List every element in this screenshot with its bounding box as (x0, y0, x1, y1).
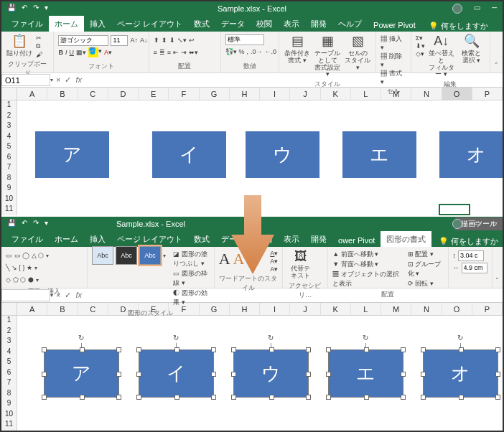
align-button[interactable]: ⊞ 配置 ▾ (408, 250, 444, 259)
shape-i[interactable]: イ (152, 131, 226, 178)
qat-more-icon[interactable]: ▾ (45, 219, 48, 227)
col-N[interactable]: N (411, 88, 442, 100)
align-left-icon[interactable]: ≡ (154, 49, 157, 56)
send-backward-button[interactable]: ▼ 背面へ移動 ▾ (332, 260, 401, 269)
fx-icon[interactable]: fx (75, 75, 82, 85)
increase-font-icon[interactable]: A↑ (130, 37, 138, 44)
col-N[interactable]: N (411, 303, 442, 315)
save-icon[interactable]: 💾 (7, 219, 16, 227)
decrease-font-icon[interactable]: A↓ (140, 37, 148, 44)
col-K[interactable]: K (321, 303, 351, 315)
shape-u[interactable]: ウ (234, 350, 308, 397)
resize-handle[interactable] (421, 347, 426, 352)
col-K[interactable]: K (321, 88, 351, 100)
row-4[interactable]: 4 (1, 132, 17, 143)
rotate-button[interactable]: ⟳ 回転 ▾ (408, 279, 444, 288)
row-3[interactable]: 3 (1, 121, 17, 132)
row-10[interactable]: 10 (1, 410, 17, 421)
tab-shape-format[interactable]: 図形の書式 (381, 231, 431, 247)
redo-icon[interactable]: ↷ (33, 219, 39, 227)
col-G[interactable]: G (200, 88, 230, 100)
orientation-icon[interactable]: ⤡▾ (177, 37, 187, 44)
row-9[interactable]: 9 (1, 184, 17, 194)
alt-text-button[interactable]: 🖼代替テ キスト (287, 250, 314, 280)
tab-powerpivot[interactable]: Power Pivot (368, 18, 421, 32)
row-11[interactable]: 11 (1, 420, 17, 431)
cancel-icon[interactable]: × (56, 75, 60, 85)
tab-pagelayout[interactable]: ページ レイアウト (111, 231, 188, 247)
cell-styles-button[interactable]: ▧セルの スタイル ▾ (344, 34, 371, 71)
rotate-handle-icon[interactable] (78, 334, 86, 343)
row-2[interactable]: 2 (1, 111, 17, 122)
shape-gallery[interactable]: ▭ ▭ ◯ △ ⬡ ▾ (6, 250, 49, 261)
resize-handle[interactable] (231, 372, 236, 377)
tab-data[interactable]: データ (215, 16, 251, 32)
col-P[interactable]: P (472, 88, 503, 100)
tell-me[interactable]: 💡 何をしますか (429, 21, 488, 32)
shape-gallery-row2[interactable]: ╲ ↘ { } ★ ▾ (6, 262, 37, 273)
rotate-handle-icon[interactable] (362, 334, 370, 343)
rotate-handle-icon[interactable] (457, 334, 465, 343)
collapse-ribbon-icon[interactable]: ˄ (493, 247, 503, 284)
row-8[interactable]: 8 (1, 174, 17, 184)
resize-handle[interactable] (231, 395, 236, 400)
fillcolor-icon[interactable]: 🪣▾ (88, 47, 102, 57)
col-O[interactable]: O (442, 303, 472, 315)
resize-handle[interactable] (401, 347, 406, 352)
resize-handle[interactable] (401, 395, 406, 400)
tab-home[interactable]: ホーム (49, 231, 84, 247)
undo-icon[interactable]: ↶ (22, 4, 27, 11)
col-I[interactable]: I (260, 303, 290, 315)
resize-handle[interactable] (116, 347, 121, 352)
shape-fill-button[interactable]: ◪ 図形の塗りつぶし ▾ (173, 250, 210, 268)
tab-file[interactable]: ファイル (6, 231, 49, 247)
resize-handle[interactable] (421, 395, 426, 400)
align-top-icon[interactable]: ⬆ (154, 37, 159, 44)
col-J[interactable]: J (290, 303, 320, 315)
namebox-drop-icon[interactable]: ▾ (50, 292, 53, 299)
collapse-ribbon-icon[interactable]: ˄ (490, 32, 503, 69)
col-A[interactable]: A (17, 88, 47, 100)
col-L[interactable]: L (351, 88, 381, 100)
resize-handle[interactable] (116, 372, 121, 377)
number-format[interactable] (225, 34, 264, 45)
select-all-corner[interactable] (1, 303, 17, 315)
style-swatch-1[interactable]: Abc (92, 246, 113, 265)
resize-handle[interactable] (42, 347, 47, 352)
resize-handle[interactable] (42, 372, 47, 377)
copy-icon[interactable]: ⧉ (36, 42, 42, 50)
comma-icon[interactable]: , (247, 48, 249, 55)
active-cell[interactable] (439, 205, 470, 215)
resize-handle[interactable] (42, 395, 47, 400)
col-C[interactable]: C (78, 88, 108, 100)
dec-decimal-icon[interactable]: ←.0 (265, 48, 277, 55)
name-box[interactable] (1, 74, 50, 86)
size-width[interactable] (462, 263, 487, 273)
format-cells-button[interactable]: ▦ 書式 ▾ (381, 69, 406, 85)
shape-i[interactable]: イ (139, 350, 213, 397)
row-10[interactable]: 10 (1, 194, 17, 205)
resize-handle[interactable] (495, 395, 500, 400)
tab-powerpivot[interactable]: ower Pivot (332, 233, 381, 247)
resize-handle[interactable] (495, 347, 500, 352)
tab-developer[interactable]: 開発 (305, 16, 332, 32)
tab-formulas[interactable]: 数式 (188, 231, 215, 247)
col-H[interactable]: H (230, 88, 260, 100)
resize-handle[interactable] (306, 372, 311, 377)
row-4[interactable]: 4 (1, 347, 17, 358)
save-icon[interactable]: 💾 (7, 4, 16, 11)
tab-view[interactable]: 表示 (278, 16, 305, 32)
row-2[interactable]: 2 (1, 327, 17, 337)
resize-handle[interactable] (136, 395, 141, 400)
row-1[interactable]: 1 (1, 100, 17, 111)
qat-more-icon[interactable]: ▾ (45, 4, 48, 11)
worksheet-grid[interactable]: 1 2 3 4 5 6 7 8 9 10 11 ア イ ウ (1, 316, 503, 432)
resize-handle[interactable] (136, 372, 141, 377)
col-B[interactable]: B (47, 88, 78, 100)
resize-handle[interactable] (269, 347, 274, 352)
namebox-drop-icon[interactable]: ▾ (50, 77, 53, 83)
resize-handle[interactable] (231, 347, 236, 352)
tab-insert[interactable]: 挿入 (84, 16, 111, 32)
shape-e[interactable]: エ (329, 350, 403, 397)
resize-handle[interactable] (211, 395, 216, 400)
